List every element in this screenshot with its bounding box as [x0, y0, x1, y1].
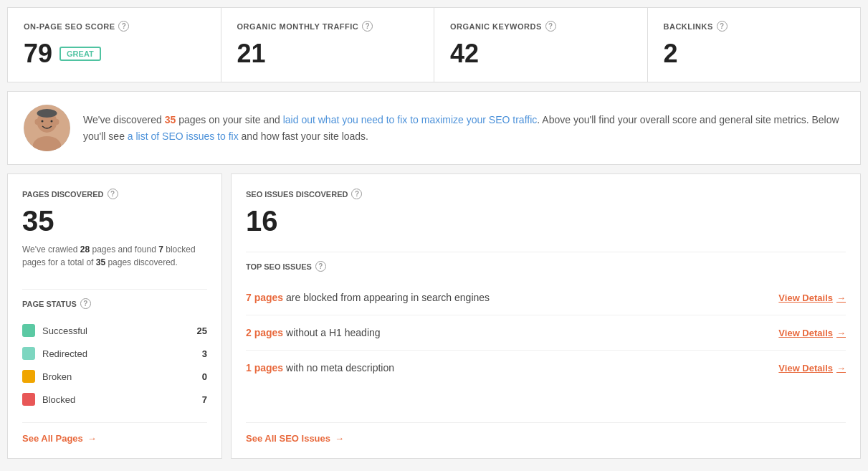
divider-seo: [246, 252, 846, 252]
label-successful: Successful: [42, 325, 190, 336]
issue-item-3: 1 pages with no meta description View De…: [246, 351, 846, 385]
see-all-seo-link[interactable]: See All SEO Issues →: [246, 422, 846, 444]
seo-panel: SEO ISSUES DISCOVERED ? 16 TOP SEO ISSUE…: [231, 173, 861, 459]
seo-issues-title: SEO ISSUES DISCOVERED ?: [246, 189, 846, 199]
great-badge: GREAT: [59, 47, 101, 61]
seo-issues-big-number: 16: [246, 205, 846, 237]
highlight-35: 35: [165, 114, 176, 125]
pages-big-number: 35: [22, 205, 207, 237]
svg-point-7: [51, 120, 53, 123]
divider-1: [22, 289, 207, 290]
status-item-successful: Successful 25: [22, 319, 207, 342]
label-blocked: Blocked: [42, 394, 195, 405]
status-item-blocked: Blocked 7: [22, 388, 207, 411]
metric-on-page-seo: ON-PAGE SEO SCORE ? 79 GREAT: [8, 8, 221, 82]
view-details-link-3[interactable]: View Details →: [778, 363, 846, 374]
svg-point-4: [55, 119, 59, 125]
pages-desc: We've crawled 28 pages and found 7 block…: [22, 243, 207, 269]
help-icon-top-issues[interactable]: ?: [315, 261, 326, 272]
count-successful: 25: [197, 325, 207, 336]
issue-highlight-3: 1 pages: [246, 362, 283, 374]
issue-item-2: 2 pages without a H1 heading View Detail…: [246, 315, 846, 351]
issue-highlight-2: 2 pages: [246, 327, 283, 338]
metric-value-seo: 79 GREAT: [24, 39, 205, 69]
issue-text-1: 7 pages are blocked from appearing in se…: [246, 292, 490, 303]
issue-item-1: 7 pages are blocked from appearing in se…: [246, 280, 846, 315]
status-item-redirected: Redirected 3: [22, 342, 207, 365]
label-broken: Broken: [42, 371, 195, 382]
highlight-blue-1: laid out what you need to fix to maximiz…: [283, 114, 538, 125]
svg-point-6: [42, 120, 44, 123]
arrow-icon-seo: →: [335, 433, 344, 444]
pages-discovered-title: PAGES DISCOVERED ?: [22, 189, 207, 199]
dot-successful: [22, 324, 35, 337]
top-issues-label: TOP SEO ISSUES: [246, 262, 312, 271]
status-list: Successful 25 Redirected 3 Broken 0 Bloc…: [22, 319, 207, 411]
help-icon-pages[interactable]: ?: [108, 189, 118, 199]
metric-value-keywords: 42: [450, 39, 631, 69]
help-icon-seo-issues[interactable]: ?: [351, 189, 362, 199]
metric-title-keywords: ORGANIC KEYWORDS ?: [450, 21, 631, 32]
total-count: 35: [96, 257, 105, 267]
help-icon-status[interactable]: ?: [80, 298, 91, 309]
arrow-icon-1: →: [836, 292, 846, 303]
issues-list: 7 pages are blocked from appearing in se…: [246, 280, 846, 385]
count-broken: 0: [202, 371, 207, 382]
count-redirected: 3: [202, 348, 207, 359]
metric-organic-keywords: ORGANIC KEYWORDS ? 42: [434, 8, 648, 82]
help-icon-seo[interactable]: ?: [118, 21, 129, 32]
help-icon-keywords[interactable]: ?: [545, 21, 556, 32]
issue-text-2: 2 pages without a H1 heading: [246, 327, 381, 338]
arrow-icon-pages: →: [87, 433, 97, 444]
see-all-pages-link[interactable]: See All Pages →: [22, 422, 207, 444]
highlight-blue-2: a list of SEO issues to fix: [128, 130, 239, 142]
svg-point-5: [37, 109, 57, 118]
view-details-link-1[interactable]: View Details →: [778, 292, 846, 303]
label-redirected: Redirected: [42, 348, 195, 359]
dot-broken: [22, 370, 35, 383]
pages-panel: PAGES DISCOVERED ? 35 We've crawled 28 p…: [7, 173, 222, 459]
help-icon-backlinks[interactable]: ?: [717, 21, 728, 32]
issue-text-3: 1 pages with no meta description: [246, 362, 394, 374]
metric-organic-traffic: ORGANIC MONTHLY TRAFFIC ? 21: [221, 8, 435, 82]
svg-point-3: [35, 119, 39, 125]
metric-backlinks: BACKLINKS ? 2: [648, 8, 861, 82]
issue-highlight-1: 7 pages: [246, 292, 283, 303]
avatar: [24, 105, 70, 151]
count-blocked: 7: [202, 394, 207, 405]
info-banner: We've discovered 35 pages on your site a…: [7, 91, 861, 165]
page-status-title: PAGE STATUS ?: [22, 298, 207, 309]
metrics-row: ON-PAGE SEO SCORE ? 79 GREAT ORGANIC MON…: [7, 7, 861, 82]
arrow-icon-2: →: [836, 328, 846, 338]
top-issues-header: TOP SEO ISSUES ?: [246, 261, 846, 272]
metric-title-seo: ON-PAGE SEO SCORE ?: [24, 21, 205, 32]
info-banner-text: We've discovered 35 pages on your site a…: [83, 112, 844, 144]
view-details-link-2[interactable]: View Details →: [778, 328, 846, 338]
metric-value-traffic: 21: [237, 39, 419, 69]
status-item-broken: Broken 0: [22, 365, 207, 388]
bottom-row: PAGES DISCOVERED ? 35 We've crawled 28 p…: [7, 173, 861, 459]
help-icon-traffic[interactable]: ?: [362, 21, 373, 32]
dot-blocked: [22, 393, 35, 406]
metric-value-backlinks: 2: [664, 39, 845, 69]
metric-title-backlinks: BACKLINKS ?: [664, 21, 845, 32]
dot-redirected: [22, 347, 35, 360]
arrow-icon-3: →: [836, 363, 846, 374]
metric-title-traffic: ORGANIC MONTHLY TRAFFIC ?: [237, 21, 419, 32]
crawled-count: 28: [80, 244, 90, 254]
blocked-count: 7: [158, 244, 163, 254]
